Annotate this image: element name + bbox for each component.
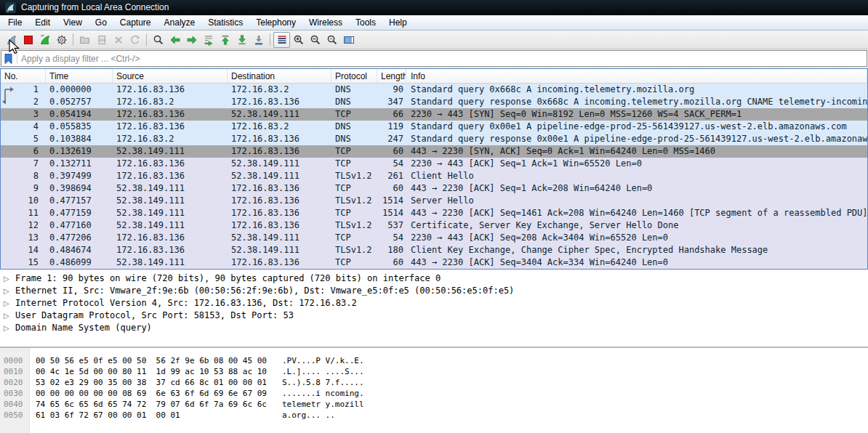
find-packet-icon xyxy=(153,34,164,46)
cell-info: Standard query response 0x00e1 A pipelin… xyxy=(406,133,867,145)
hex-bytes[interactable]: 00 50 56 e5 0f e5 00 50 56 2f 9e 6b 08 0… xyxy=(29,355,282,366)
go-top-icon xyxy=(220,34,231,46)
detail-line[interactable]: ▷Frame 1: 90 bytes on wire (720 bits), 9… xyxy=(0,272,868,285)
packet-row[interactable]: 10.000000172.16.83.136172.16.83.2DNS90St… xyxy=(1,84,867,96)
colorize-button[interactable] xyxy=(273,32,290,48)
capture-options-icon xyxy=(56,34,68,46)
hex-ascii[interactable]: telemetr y.mozill xyxy=(282,399,364,410)
menu-item-wireless[interactable]: Wireless xyxy=(302,16,349,29)
zoom-reset-button[interactable] xyxy=(324,32,340,48)
hex-bytes[interactable]: 61 03 6f 72 67 00 00 01 00 01 xyxy=(29,410,282,421)
detail-line[interactable]: ▷Internet Protocol Version 4, Src: 172.1… xyxy=(0,297,868,309)
hex-ascii[interactable]: .L.].... ....S... xyxy=(282,366,364,377)
resize-columns-button[interactable] xyxy=(340,32,357,48)
go-back-button[interactable] xyxy=(166,32,183,48)
column-header-protocol[interactable]: Protocol xyxy=(331,69,377,83)
packet-row[interactable]: 90.39869452.38.149.111172.16.83.136TCP60… xyxy=(1,182,867,195)
zoom-out-button[interactable] xyxy=(307,32,324,48)
go-to-packet-button[interactable] xyxy=(200,32,217,48)
packet-row[interactable]: 100.47715752.38.149.111172.16.83.136TLSv… xyxy=(1,195,867,207)
cell-source: 52.38.149.111 xyxy=(113,195,228,207)
auto-scroll-button[interactable] xyxy=(250,32,267,48)
cell-length: 261 xyxy=(377,170,406,182)
menu-item-go[interactable]: Go xyxy=(89,16,113,29)
packet-row[interactable]: 150.48609952.38.149.111172.16.83.136TCP6… xyxy=(1,256,867,269)
cell-no: 4 xyxy=(1,121,46,133)
hex-bytes[interactable]: 74 65 6c 65 6d 65 74 72 79 07 6d 6f 7a 6… xyxy=(29,399,282,410)
cell-info: Client Hello xyxy=(406,170,867,182)
menu-item-capture[interactable]: Capture xyxy=(113,16,158,29)
cell-no: 13 xyxy=(1,232,46,244)
detail-line[interactable]: ▷Ethernet II, Src: Vmware_2f:9e:6b (00:5… xyxy=(0,285,868,297)
menu-item-help[interactable]: Help xyxy=(382,16,414,29)
capture-options-button[interactable] xyxy=(53,32,70,48)
cell-source: 172.16.83.2 xyxy=(113,133,228,145)
packet-row[interactable]: 70.132711172.16.83.13652.38.149.111TCP54… xyxy=(1,158,867,170)
menu-item-file[interactable]: File xyxy=(1,16,28,29)
menu-item-statistics[interactable]: Statistics xyxy=(201,16,249,29)
packet-row[interactable]: 120.47716052.38.149.111172.16.83.136TLSv… xyxy=(1,219,867,232)
cell-time: 0.103884 xyxy=(46,133,113,145)
zoom-in-button[interactable] xyxy=(290,32,307,48)
go-bottom-button[interactable] xyxy=(233,32,250,48)
packet-bytes-pane: 000000 50 56 e5 0f e5 00 50 56 2f 9e 6b … xyxy=(0,348,868,433)
packet-row[interactable]: 110.47715952.38.149.111172.16.83.136TCP1… xyxy=(1,207,867,219)
menu-item-view[interactable]: View xyxy=(57,16,89,29)
cell-no: 2 xyxy=(1,96,46,108)
expand-arrow-icon[interactable]: ▷ xyxy=(4,309,15,322)
column-header-destination[interactable]: Destination xyxy=(228,69,331,83)
menu-item-tools[interactable]: Tools xyxy=(349,16,382,29)
cell-info: 443 → 2230 [ACK] Seq=1 Ack=208 Win=64240… xyxy=(406,182,867,195)
expand-arrow-icon[interactable]: ▷ xyxy=(4,322,15,334)
column-header-info[interactable]: Info xyxy=(406,69,867,83)
packet-row[interactable]: 60.13261952.38.149.111172.16.83.136TCP60… xyxy=(1,145,867,158)
expand-arrow-icon[interactable]: ▷ xyxy=(4,285,15,297)
hex-ascii[interactable]: .PV....P V/.k..E. xyxy=(282,355,364,366)
restart-capture-button[interactable] xyxy=(36,32,53,48)
cell-no: 6 xyxy=(1,145,46,158)
detail-line[interactable]: ▷User Datagram Protocol, Src Port: 58153… xyxy=(0,309,868,322)
cell-length: 90 xyxy=(377,84,406,96)
cell-source: 52.38.149.111 xyxy=(113,207,228,219)
hex-bytes[interactable]: 00 00 00 00 00 00 08 69 6e 63 6f 6d 69 6… xyxy=(29,388,282,399)
packet-row[interactable]: 130.477206172.16.83.13652.38.149.111TCP5… xyxy=(1,232,867,244)
cell-no: 3 xyxy=(1,108,46,121)
title-bar[interactable]: Capturing from Local Area Connection xyxy=(0,0,868,15)
hex-ascii[interactable]: .......i ncoming. xyxy=(282,388,364,399)
column-header-source[interactable]: Source xyxy=(113,69,228,83)
packet-row[interactable]: 40.055835172.16.83.136172.16.83.2DNS119S… xyxy=(1,121,867,133)
cell-no: 7 xyxy=(1,158,46,170)
hex-ascii[interactable]: a.org... .. xyxy=(282,410,335,421)
hex-row: 001000 4c 1e 5d 00 00 80 11 1d 99 ac 10 … xyxy=(0,366,868,377)
hex-bytes[interactable]: 00 4c 1e 5d 00 00 80 11 1d 99 ac 10 53 8… xyxy=(29,366,282,377)
packet-row[interactable]: 80.397499172.16.83.13652.38.149.111TLSv1… xyxy=(1,170,867,182)
go-forward-button[interactable] xyxy=(183,32,200,48)
cell-destination: 172.16.83.2 xyxy=(228,121,331,133)
bookmark-icon[interactable] xyxy=(4,53,13,65)
cell-info: Client Key Exchange, Change Cipher Spec,… xyxy=(406,244,867,256)
cell-time: 0.055835 xyxy=(46,121,113,133)
find-packet-button[interactable] xyxy=(150,32,166,48)
stop-capture-button[interactable] xyxy=(20,32,36,48)
go-top-button[interactable] xyxy=(217,32,233,48)
hex-ascii[interactable]: S..).5.8 7.f..... xyxy=(282,377,364,388)
menu-item-analyze[interactable]: Analyze xyxy=(158,16,202,29)
wireshark-window: Capturing from Local Area Connection Fil… xyxy=(0,0,868,433)
filter-bar: Apply a display filter ... <Ctrl-/> xyxy=(0,49,868,68)
expand-arrow-icon[interactable]: ▷ xyxy=(4,272,15,285)
column-header-length[interactable]: Length xyxy=(377,69,406,83)
column-header-no[interactable]: No. xyxy=(1,69,46,83)
hex-bytes[interactable]: 53 02 e3 29 00 35 00 38 37 cd 66 8c 01 0… xyxy=(29,377,282,388)
display-filter-input[interactable]: Apply a display filter ... <Ctrl-/> xyxy=(1,50,867,67)
expand-arrow-icon[interactable]: ▷ xyxy=(4,297,15,309)
column-header-time[interactable]: Time xyxy=(46,69,113,83)
packet-row[interactable]: 30.054194172.16.83.13652.38.149.111TCP66… xyxy=(1,108,867,121)
packet-row[interactable]: 20.052757172.16.83.2172.16.83.136DNS347S… xyxy=(1,96,867,108)
cell-destination: 172.16.83.2 xyxy=(228,84,331,96)
packet-row[interactable]: 50.103884172.16.83.2172.16.83.136DNS247S… xyxy=(1,133,867,145)
packet-row[interactable]: 140.484674172.16.83.13652.38.149.111TLSv… xyxy=(1,244,867,256)
menu-item-telephony[interactable]: Telephony xyxy=(249,16,302,29)
menu-item-edit[interactable]: Edit xyxy=(28,16,57,29)
detail-line[interactable]: ▷Domain Name System (query) xyxy=(0,322,868,334)
zoom-reset-icon xyxy=(326,34,338,46)
